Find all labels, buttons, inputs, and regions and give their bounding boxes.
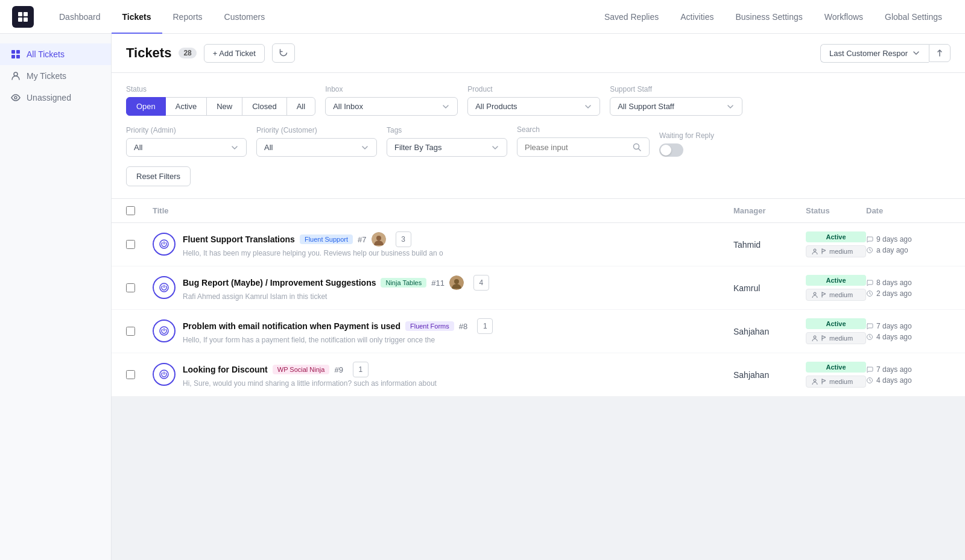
priority-admin-select[interactable]: All — [126, 138, 247, 157]
nav-right: Saved Replies Activities Business Settin… — [593, 0, 953, 34]
tags-select[interactable]: Filter By Tags — [387, 138, 507, 157]
ticket-status-area: Active medium — [806, 231, 866, 257]
power-icon — [159, 239, 169, 250]
status-btn-all[interactable]: All — [286, 97, 315, 116]
ticket-num: #9 — [334, 365, 343, 374]
date-updated: 2 days ago — [866, 289, 951, 298]
main-layout: All Tickets My Tickets Unassigned Ticket… — [0, 34, 965, 560]
nav-saved-replies[interactable]: Saved Replies — [593, 0, 669, 34]
search-input[interactable] — [525, 143, 627, 152]
ticket-title-area: Bug Report (Maybe) / Improvement Suggest… — [153, 275, 733, 301]
svg-point-8 — [14, 72, 17, 76]
avatar-image — [449, 275, 464, 290]
ticket-manager: Sahjahan — [733, 327, 806, 336]
power-icon — [159, 369, 169, 380]
status-btn-active[interactable]: Active — [165, 97, 207, 116]
sort-select[interactable]: Last Customer Respor — [820, 44, 929, 63]
ticket-status-icon — [153, 233, 176, 256]
nav-activities[interactable]: Activities — [669, 0, 724, 34]
flag-icon — [821, 248, 827, 254]
nav-dashboard[interactable]: Dashboard — [48, 0, 112, 34]
sidebar-item-all-tickets[interactable]: All Tickets — [0, 43, 111, 65]
chat-icon — [866, 322, 873, 330]
row-checkbox[interactable] — [126, 283, 135, 292]
svg-point-25 — [814, 379, 816, 382]
search-box[interactable] — [517, 137, 650, 157]
sidebar-item-my-tickets[interactable]: My Tickets — [0, 65, 111, 87]
tickets-header: Tickets 28 + Add Ticket Last Customer Re… — [112, 34, 965, 73]
header-checkbox-cell — [126, 206, 153, 215]
refresh-button[interactable] — [272, 43, 295, 63]
ticket-dates: 7 days ago 4 days ago — [866, 365, 951, 385]
priority-customer-group: Priority (Customer) All — [256, 126, 377, 157]
priority-customer-select[interactable]: All — [256, 138, 377, 157]
product-select[interactable]: All Products — [467, 97, 600, 116]
app-logo[interactable] — [12, 6, 34, 28]
svg-rect-3 — [24, 17, 28, 22]
ticket-reply-count: 4 — [473, 275, 489, 291]
status-badge: Active — [806, 231, 866, 242]
ticket-num: #11 — [431, 278, 445, 288]
ticket-title: Bug Report (Maybe) / Improvement Suggest… — [183, 278, 376, 288]
sidebar-label-all-tickets: All Tickets — [27, 49, 65, 59]
person-icon — [11, 71, 21, 81]
row-checkbox-cell — [126, 327, 153, 336]
table-header: Title Manager Status Date — [112, 199, 965, 223]
chevron-down-icon — [230, 143, 239, 152]
nav-items: Dashboard Tickets Reports Customers — [48, 0, 593, 34]
status-badge: Active — [806, 275, 866, 286]
inbox-select[interactable]: All Inbox — [325, 97, 458, 116]
row-checkbox[interactable] — [126, 327, 135, 336]
ticket-status-icon — [153, 319, 176, 342]
svg-point-9 — [14, 96, 17, 99]
ticket-dates: 9 days ago a day ago — [866, 235, 951, 254]
add-ticket-button[interactable]: + Add Ticket — [204, 44, 265, 63]
nav-customers[interactable]: Customers — [214, 0, 276, 34]
column-date: Date — [866, 206, 951, 215]
support-staff-select[interactable]: All Support Staff — [610, 97, 742, 116]
nav-workflows[interactable]: Workflows — [814, 0, 874, 34]
svg-rect-2 — [18, 17, 22, 22]
refresh-icon — [279, 48, 288, 58]
select-all-checkbox[interactable] — [126, 206, 135, 215]
ticket-dates: 8 days ago 2 days ago — [866, 278, 951, 298]
table-row[interactable]: Fluent Support Translations Fluent Suppo… — [112, 223, 965, 266]
row-checkbox[interactable] — [126, 240, 135, 249]
status-btn-closed[interactable]: Closed — [242, 97, 286, 116]
nav-reports[interactable]: Reports — [162, 0, 214, 34]
date-created: 7 days ago — [866, 322, 951, 330]
ticket-title-row: Problem with email notification when Pay… — [183, 318, 733, 334]
nav-global-settings[interactable]: Global Settings — [874, 0, 953, 34]
nav-business-settings[interactable]: Business Settings — [724, 0, 813, 34]
svg-rect-5 — [16, 50, 20, 54]
ticket-title-area: Fluent Support Translations Fluent Suppo… — [153, 231, 733, 257]
row-checkbox[interactable] — [126, 370, 135, 379]
ticket-num: #7 — [358, 235, 366, 244]
sidebar-item-unassigned[interactable]: Unassigned — [0, 87, 111, 109]
date-created: 8 days ago — [866, 278, 951, 287]
table-row[interactable]: Looking for Discount WP Social Ninja #9 … — [112, 353, 965, 397]
tickets-count-badge: 28 — [179, 48, 196, 58]
sort-dropdown: Last Customer Respor — [820, 44, 951, 63]
chat-icon — [866, 279, 873, 286]
waiting-reply-toggle[interactable] — [659, 143, 683, 157]
avatar-image — [372, 232, 386, 247]
nav-tickets[interactable]: Tickets — [112, 0, 162, 34]
tickets-table: Title Manager Status Date — [112, 199, 965, 397]
status-btn-open[interactable]: Open — [126, 97, 166, 116]
top-navigation: Dashboard Tickets Reports Customers Save… — [0, 0, 965, 34]
reset-filters-button[interactable]: Reset Filters — [126, 166, 191, 186]
chevron-down-icon — [726, 102, 735, 111]
table-row[interactable]: Problem with email notification when Pay… — [112, 310, 965, 353]
sort-direction-button[interactable] — [929, 44, 951, 62]
support-staff-label: Support Staff — [610, 85, 742, 93]
ticket-reply-count: 1 — [477, 318, 493, 334]
status-btn-new[interactable]: New — [206, 97, 242, 116]
filters-section: Status Open Active New Closed All Inbox … — [112, 73, 965, 199]
svg-point-18 — [454, 279, 459, 284]
ticket-status-area: Active medium — [806, 275, 866, 301]
svg-rect-4 — [11, 50, 15, 54]
table-row[interactable]: Bug Report (Maybe) / Improvement Suggest… — [112, 266, 965, 310]
svg-rect-0 — [18, 12, 22, 16]
ticket-tag: WP Social Ninja — [273, 365, 330, 374]
